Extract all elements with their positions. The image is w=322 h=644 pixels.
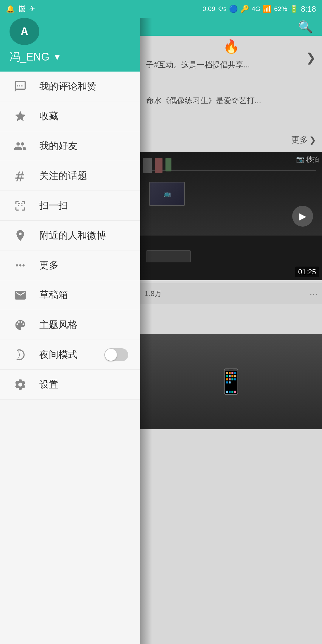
username-row: 冯_ENG ▼: [10, 50, 131, 64]
star-icon: [12, 108, 29, 125]
battery-icon: 🔋: [290, 5, 298, 13]
sidebar-item-favorites[interactable]: 收藏: [0, 101, 140, 131]
video-play-button[interactable]: ▶: [292, 206, 313, 227]
favorites-label: 收藏: [39, 110, 128, 123]
expand-button[interactable]: ❯: [306, 51, 316, 64]
sidebar-item-scan[interactable]: 扫一扫: [0, 191, 140, 221]
more-label: 更多: [39, 259, 128, 272]
notification-icon: 🔔: [6, 5, 15, 13]
moon-icon: [12, 346, 29, 363]
location-icon: [12, 227, 29, 244]
nightmode-toggle-container: [104, 348, 128, 361]
more-options-icon[interactable]: ···: [309, 288, 318, 299]
draft-icon: [12, 287, 29, 304]
video-timestamp: 01:25: [295, 267, 319, 277]
comments-likes-label: 我的评论和赞: [39, 80, 128, 93]
second-video-thumbnail[interactable]: 📱: [140, 334, 322, 429]
theme-icon: [12, 317, 29, 333]
status-bar-right: 0.09 K/s 🔵 🔑 4G 📶 62% 🔋 8:18: [202, 4, 316, 14]
signal-icon: 📶: [263, 5, 272, 13]
friends-label: 我的好友: [39, 140, 128, 153]
sidebar-item-draft[interactable]: 草稿箱: [0, 280, 140, 310]
sidebar-item-topics[interactable]: 关注的话题: [0, 161, 140, 191]
miaopai-badge: 📷 秒拍: [296, 155, 319, 164]
battery-pct: 62%: [274, 5, 287, 13]
more-button[interactable]: 更多 ❯: [291, 134, 316, 145]
avatar[interactable]: A: [10, 18, 39, 45]
sidebar-item-settings[interactable]: 设置: [0, 370, 140, 400]
message-icon: ✈: [29, 5, 35, 13]
network-type: 4G: [252, 5, 260, 13]
clock: 8:18: [301, 4, 316, 14]
more-icon: [12, 257, 29, 274]
sidebar-item-friends[interactable]: 我的好友: [0, 131, 140, 161]
key-icon: 🔑: [240, 5, 249, 13]
settings-label: 设置: [39, 378, 128, 391]
sidebar-item-more[interactable]: 更多: [0, 250, 140, 280]
side-drawer: 🔔 🖼 ✈ 0.09 K/s 🔵 🔑 4G 📶 62% 🔋 8:18 A 冯_E…: [0, 0, 140, 644]
comments-icon: [12, 78, 29, 95]
right-content-panel: 🔍 🔥 ❯ 子#互动。这是一档提倡共享... 命水《偶像练习生》是爱奇艺打...…: [140, 0, 322, 644]
topics-label: 关注的话题: [39, 169, 128, 182]
friends-icon: [12, 138, 29, 154]
search-icon[interactable]: 🔍: [298, 20, 313, 34]
settings-icon: [12, 376, 29, 393]
right-body: 🔥 ❯ 子#互动。这是一档提倡共享... 命水《偶像练习生》是爱奇艺打... 更…: [140, 36, 322, 644]
image-icon: 🖼: [18, 5, 26, 13]
status-bar: 🔔 🖼 ✈ 0.09 K/s 🔵 🔑 4G 📶 62% 🔋 8:18: [0, 0, 322, 18]
nearby-label: 附近的人和微博: [39, 229, 128, 242]
hashtag-icon: [12, 168, 29, 184]
sidebar-item-nearby[interactable]: 附近的人和微博: [0, 221, 140, 250]
avatar-initial: A: [21, 25, 28, 38]
dropdown-arrow-icon[interactable]: ▼: [53, 52, 61, 62]
scan-icon: [12, 197, 29, 214]
scan-label: 扫一扫: [39, 199, 128, 212]
video-preview[interactable]: 📺 📷 秒拍 ▶ 01:25: [140, 152, 322, 280]
draft-label: 草稿箱: [39, 289, 128, 302]
sidebar-item-comments-likes[interactable]: 我的评论和赞: [0, 72, 140, 101]
toggle-knob: [105, 349, 117, 361]
sidebar-item-nightmode[interactable]: 夜间模式: [0, 340, 140, 370]
username-label: 冯_ENG: [10, 50, 49, 64]
theme-label: 主题风格: [39, 318, 128, 332]
status-bar-left: 🔔 🖼 ✈: [6, 5, 35, 13]
content-text-1: 子#互动。这是一档提倡共享...: [143, 60, 304, 70]
stats-row: 1.8万 ···: [140, 283, 322, 304]
sidebar-item-theme[interactable]: 主题风格: [0, 310, 140, 340]
network-speed: 0.09 K/s: [202, 5, 227, 13]
content-text-2: 命水《偶像练习生》是爱奇艺打...: [143, 95, 319, 106]
fire-tab[interactable]: 🔥: [223, 39, 239, 54]
menu-list: 我的评论和赞 收藏 我的好友: [0, 72, 140, 644]
nightmode-label: 夜间模式: [39, 348, 104, 361]
likes-count: 1.8万: [145, 289, 162, 298]
nightmode-toggle[interactable]: [104, 348, 128, 361]
bluetooth-icon: 🔵: [229, 5, 238, 13]
